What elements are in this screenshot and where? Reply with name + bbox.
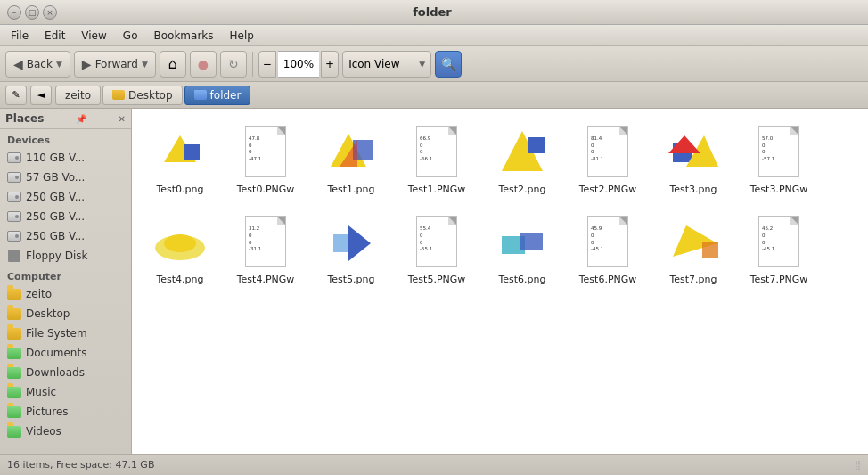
forward-button[interactable]: ▶ Forward ▼	[74, 51, 156, 78]
menu-go[interactable]: Go	[116, 28, 145, 44]
zoom-area: − 100% +	[258, 51, 339, 78]
sidebar-title: Places	[5, 112, 44, 125]
pictures-label: Pictures	[26, 405, 69, 418]
window-close-button[interactable]: ×	[43, 5, 57, 20]
list-item[interactable]: 55.400-55.1 Test5.PNGw	[397, 208, 476, 291]
list-item[interactable]: 66.900-66.1 Test1.PNGw	[397, 118, 476, 201]
breadcrumb-desktop[interactable]: Desktop	[102, 86, 183, 105]
view-select[interactable]: Icon View ▼	[342, 51, 431, 78]
breadcrumb: zeito Desktop folder	[55, 86, 863, 105]
sidebar-item-pictures[interactable]: Pictures	[0, 402, 131, 422]
menu-help[interactable]: Help	[223, 28, 261, 44]
filesystem-label: File System	[26, 327, 87, 340]
zeito-label: zeito	[26, 288, 52, 300]
list-item[interactable]: Test2.png	[483, 118, 561, 201]
window-minimize-button[interactable]: –	[7, 5, 21, 20]
drive-icon	[7, 190, 21, 204]
svg-rect-22	[520, 233, 543, 250]
sidebar-item-videos[interactable]: Videos	[0, 422, 131, 441]
sidebar-item-desktop[interactable]: Desktop	[0, 304, 131, 323]
breadcrumb-zeito[interactable]: zeito	[55, 86, 101, 105]
sidebar-pin-icon[interactable]: 📌	[76, 114, 86, 124]
location-toggle-button[interactable]: ✎	[5, 86, 27, 105]
zoom-out-button[interactable]: −	[258, 51, 276, 78]
sidebar-item-floppy[interactable]: Floppy Disk	[0, 246, 131, 266]
list-item[interactable]: 81.400-81.1 Test2.PNGw	[569, 118, 647, 201]
forward-label: Forward	[95, 58, 138, 70]
menu-view[interactable]: View	[74, 28, 113, 44]
computer-section-header: Computer	[0, 266, 131, 284]
sidebar-item-drive-4[interactable]: 250 GB V...	[0, 207, 131, 226]
back-dropdown-icon[interactable]: ▼	[56, 60, 62, 69]
breadcrumb-folder[interactable]: folder	[184, 86, 251, 105]
file-thumbnail	[151, 123, 209, 180]
file-name: Test3.png	[669, 184, 717, 195]
stop-button[interactable]: ●	[190, 51, 217, 78]
list-item[interactable]: Test5.png	[312, 208, 390, 291]
videos-label: Videos	[26, 425, 61, 438]
forward-dropdown-icon[interactable]: ▼	[142, 60, 148, 69]
drive-1-label: 110 GB V...	[26, 152, 85, 164]
search-button[interactable]: 🔍	[435, 51, 462, 78]
list-item[interactable]: Test1.png	[312, 118, 390, 201]
search-icon: 🔍	[441, 57, 456, 71]
status-bar: 16 items, Free space: 47.1 GB ⣿	[0, 454, 868, 475]
sidebar-item-documents[interactable]: Documents	[0, 343, 131, 363]
file-name: Test7.png	[669, 274, 717, 285]
floppy-icon	[7, 249, 21, 263]
home-button[interactable]: ⌂	[160, 51, 186, 78]
list-item[interactable]: Test0.png	[141, 118, 219, 201]
file-name: Test5.PNGw	[408, 274, 466, 285]
list-item[interactable]: Test3.png	[654, 118, 733, 201]
file-thumbnail	[494, 123, 551, 180]
back-button[interactable]: ◀ Back ▼	[5, 51, 70, 78]
svg-rect-25	[702, 242, 718, 258]
menu-bookmarks[interactable]: Bookmarks	[146, 28, 220, 44]
list-item[interactable]: 47.800-47.1 Test0.PNGw	[226, 118, 305, 201]
file-thumbnail	[151, 213, 209, 270]
title-bar: – □ × folder	[0, 0, 868, 25]
sidebar-item-filesystem[interactable]: File System	[0, 323, 131, 343]
drive-icon	[7, 170, 21, 184]
sidebar-close-icon[interactable]: ✕	[119, 114, 126, 124]
list-item[interactable]: 45.200-45.1 Test7.PNGw	[740, 208, 818, 291]
file-name: Test6.PNGw	[579, 274, 637, 285]
sidebar-header: Places 📌 ✕	[0, 109, 131, 129]
file-thumbnail	[323, 123, 380, 180]
back-label: Back	[27, 58, 53, 70]
sidebar-item-drive-1[interactable]: 110 GB V...	[0, 148, 131, 168]
drive-icon	[7, 151, 21, 165]
sidebar-item-drive-2[interactable]: 57 GB Vo...	[0, 168, 131, 187]
floppy-label: Floppy Disk	[26, 250, 88, 262]
list-item[interactable]: Test4.png	[141, 208, 219, 291]
view-label: Icon View	[348, 58, 399, 70]
list-item[interactable]: 57.000-57.1 Test3.PNGw	[740, 118, 818, 201]
drive-3-label: 250 GB V...	[26, 191, 85, 203]
status-info: 16 items, Free space: 47.1 GB	[7, 459, 154, 471]
list-item[interactable]: 31.200-31.1 Test4.PNGw	[226, 208, 305, 291]
file-area: Test0.png 47.800-47.1 Test0.PNGw	[132, 109, 868, 454]
file-name: Test1.png	[327, 184, 374, 195]
sidebar-item-downloads[interactable]: Downloads	[0, 363, 131, 382]
file-thumbnail: 55.400-55.1	[408, 213, 465, 270]
window-maximize-button[interactable]: □	[25, 5, 39, 20]
file-thumbnail: 57.000-57.1	[750, 123, 807, 180]
menu-edit[interactable]: Edit	[37, 28, 72, 44]
file-thumbnail	[665, 213, 722, 270]
file-thumbnail	[665, 123, 722, 180]
reload-button[interactable]: ↻	[220, 51, 247, 78]
sidebar-resizer[interactable]	[127, 109, 131, 454]
location-back-button[interactable]: ◄	[30, 86, 52, 105]
sidebar-item-zeito[interactable]: zeito	[0, 284, 131, 304]
list-item[interactable]: 45.900-45.1 Test6.PNGw	[569, 208, 647, 291]
file-name: Test4.png	[156, 274, 203, 285]
list-item[interactable]: Test6.png	[483, 208, 561, 291]
zoom-in-button[interactable]: +	[321, 51, 339, 78]
sidebar-item-drive-5[interactable]: 250 GB V...	[0, 226, 131, 246]
menu-file[interactable]: File	[4, 28, 36, 44]
window-controls[interactable]: – □ ×	[7, 5, 57, 20]
sidebar-item-music[interactable]: Music	[0, 382, 131, 402]
list-item[interactable]: Test7.png	[654, 208, 733, 291]
sidebar-item-drive-3[interactable]: 250 GB V...	[0, 187, 131, 207]
file-name: Test7.PNGw	[750, 274, 808, 285]
